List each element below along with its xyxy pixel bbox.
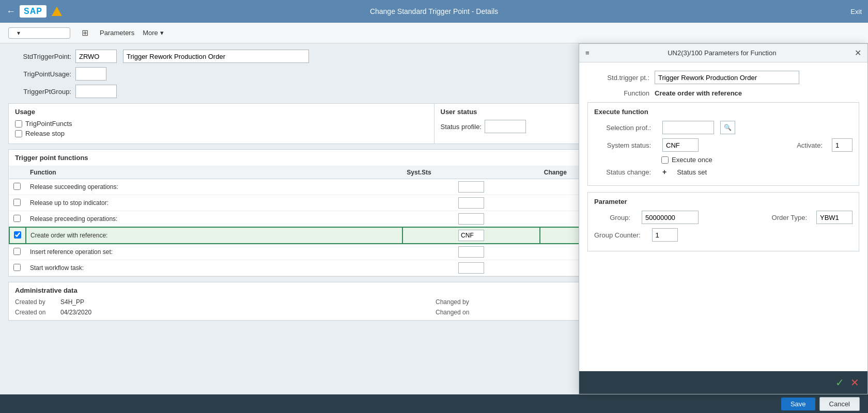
- parameter-title: Parameter: [594, 198, 853, 205]
- parameters-label: Parameters: [100, 29, 134, 37]
- created-by-row: Created by S4H_PP: [15, 298, 432, 306]
- row5-systs[interactable]: [458, 246, 484, 258]
- row6-checkbox[interactable]: [13, 264, 21, 271]
- header: ← SAP Change Standard Trigger Point - De…: [0, 0, 868, 23]
- more-label: More: [143, 29, 158, 37]
- save-button[interactable]: Save: [781, 398, 815, 410]
- parameters-button[interactable]: Parameters: [100, 29, 134, 37]
- release-stop-checkbox[interactable]: [15, 130, 22, 137]
- order-type-input[interactable]: [816, 211, 853, 224]
- trig-pt-group-input[interactable]: [75, 85, 117, 98]
- group-input[interactable]: [642, 211, 699, 224]
- group-label: Group:: [594, 214, 636, 221]
- selection-prof-row: Selection prof.: 🔍: [594, 121, 853, 134]
- modal-cancel-button[interactable]: ✕: [850, 376, 859, 389]
- modal-std-trigger-input[interactable]: [655, 71, 799, 84]
- created-by-value: S4H_PP: [60, 298, 84, 306]
- release-stop-row: Release stop: [15, 130, 428, 137]
- modal-function-value: Create order with reference: [655, 89, 742, 97]
- hamburger-icon: ≡: [585, 49, 590, 57]
- more-button[interactable]: More ▾: [143, 29, 164, 37]
- row1-label: Release succeeding operations:: [26, 179, 402, 195]
- sap-logo: SAP: [20, 5, 62, 18]
- trig-point-functs-checkbox[interactable]: [15, 120, 22, 128]
- created-on-row: Created on 04/23/2020: [15, 309, 432, 316]
- created-on-label: Created on: [15, 309, 56, 316]
- execute-function-title: Execute function: [594, 108, 853, 116]
- bottom-bar: Save Cancel: [0, 394, 868, 413]
- row2-systs[interactable]: [458, 197, 484, 209]
- window-title: Change Standard Trigger Point - Details: [370, 7, 498, 15]
- row2-checkbox[interactable]: [13, 199, 21, 206]
- usage-title: Usage: [15, 108, 428, 116]
- modal-title: UN2(3)/100 Parameters for Function: [596, 49, 848, 57]
- status-change-row: Status change: + Status set: [594, 168, 853, 176]
- selection-prof-search-button[interactable]: 🔍: [720, 121, 735, 134]
- system-status-input[interactable]: [662, 138, 699, 152]
- toolbar-dropdown[interactable]: ▾: [8, 27, 70, 39]
- execute-once-row: Execute once: [661, 156, 853, 164]
- execute-function-box: Execute function Selection prof.: 🔍 Syst…: [587, 102, 859, 186]
- col-function: Function: [26, 166, 402, 179]
- status-set-label: Status set: [677, 168, 707, 176]
- toolbar: ▾ ⊞ Parameters More ▾: [0, 23, 868, 43]
- changed-on-label: Changed on: [436, 309, 477, 316]
- row3-systs[interactable]: [458, 213, 484, 225]
- trig-point-usage-input[interactable]: [75, 67, 106, 81]
- row3-checkbox[interactable]: [13, 215, 21, 222]
- usage-box: Usage TrigPointFuncts Release stop: [8, 103, 435, 144]
- trig-pt-group-label: TriggerPtGroup:: [8, 88, 75, 96]
- sap-triangle-icon: [52, 7, 62, 16]
- status-profile-input[interactable]: [485, 120, 526, 133]
- modal-confirm-button[interactable]: ✓: [835, 376, 844, 389]
- row2-label: Release up to stop indicator:: [26, 195, 402, 211]
- group-order-type-row: Group: Order Type:: [594, 211, 853, 224]
- status-change-plus: +: [662, 168, 667, 176]
- order-type-label: Order Type:: [772, 214, 807, 221]
- exit-button[interactable]: Exit: [850, 8, 862, 15]
- trig-point-functs-label: TrigPointFuncts: [25, 120, 72, 128]
- modal-function-row: Function Create order with reference: [587, 89, 859, 97]
- group-counter-label: Group Counter:: [594, 231, 646, 239]
- std-trigger-point-label: StdTriggerPoint:: [8, 53, 75, 60]
- modal-function-label: Function: [587, 89, 655, 97]
- modal-header: ≡ UN2(3)/100 Parameters for Function ✕: [579, 44, 867, 62]
- trig-point-functs-row: TrigPointFuncts: [15, 120, 428, 128]
- row4-systs[interactable]: [458, 230, 484, 241]
- more-chevron-icon: ▾: [160, 29, 164, 37]
- group-counter-input[interactable]: [652, 228, 678, 242]
- modal-std-trigger-label: Std.trigger pt.:: [587, 74, 655, 82]
- selection-prof-input[interactable]: [662, 121, 714, 134]
- row5-checkbox[interactable]: [13, 248, 21, 255]
- activate-label: Activate:: [797, 141, 823, 149]
- system-status-activate-row: System status: Activate:: [594, 138, 853, 152]
- back-button[interactable]: ←: [6, 6, 16, 17]
- cancel-button[interactable]: Cancel: [819, 397, 860, 411]
- modal-std-trigger-row: Std.trigger pt.:: [587, 71, 859, 84]
- row4-checkbox[interactable]: [14, 231, 21, 239]
- parameters-icon-btn[interactable]: ⊞: [79, 27, 91, 39]
- activate-input[interactable]: [832, 138, 853, 152]
- col-syst-sts: Syst.Sts: [402, 166, 540, 179]
- row1-systs[interactable]: [458, 181, 484, 193]
- status-profile-label: Status profile:: [441, 123, 482, 131]
- modal-menu-button[interactable]: ≡: [585, 49, 590, 57]
- row1-checkbox[interactable]: [13, 183, 21, 190]
- main-content: StdTriggerPoint: TrigPointUsage: Trigger…: [0, 43, 868, 394]
- row6-systs[interactable]: [458, 262, 484, 274]
- sap-logo-text: SAP: [20, 5, 47, 18]
- execute-once-label: Execute once: [672, 156, 712, 164]
- trigger-name-input[interactable]: [123, 50, 309, 63]
- modal-body: Std.trigger pt.: Function Create order w…: [579, 62, 867, 371]
- row4-label: Create order with reference:: [26, 227, 402, 244]
- chevron-down-icon: ▾: [17, 29, 20, 37]
- execute-once-checkbox[interactable]: [661, 156, 669, 164]
- col-checkbox: [9, 166, 26, 179]
- modal-footer: ✓ ✕: [579, 371, 867, 394]
- created-on-value: 04/23/2020: [60, 309, 91, 316]
- changed-by-label: Changed by: [436, 298, 477, 306]
- modal-close-button[interactable]: ✕: [855, 48, 861, 58]
- system-status-label: System status:: [594, 141, 656, 149]
- row5-label: Insert reference operation set:: [26, 244, 402, 260]
- std-trigger-point-input[interactable]: [75, 50, 117, 63]
